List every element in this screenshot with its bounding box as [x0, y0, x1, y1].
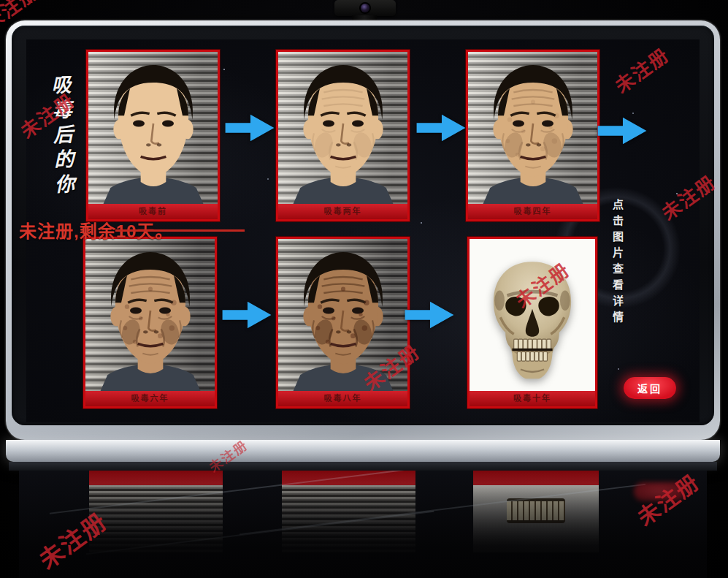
- reflection-photo: [89, 471, 223, 552]
- watermark-unregistered: 未注册: [204, 435, 251, 476]
- photo-6-years[interactable]: 吸毒六年: [83, 237, 217, 408]
- face-illustration: [95, 59, 212, 204]
- kiosk-scene: 吸毒后的你 吸毒前 吸毒两年 吸毒四年 吸毒六年 吸毒八年: [0, 0, 728, 578]
- reflection-photo: [473, 471, 599, 552]
- face-illustration: [285, 246, 402, 391]
- trial-notice-line: [115, 229, 245, 232]
- back-button[interactable]: 返回: [624, 377, 676, 399]
- photo-caption: 吸毒前: [88, 204, 218, 219]
- photo-caption: 吸毒八年: [278, 391, 407, 406]
- face-photo: [278, 239, 407, 391]
- watermark-unregistered: 未注册: [629, 465, 705, 532]
- watermark-unregistered: 未注册: [31, 503, 113, 577]
- reflection-streak: [50, 471, 426, 514]
- photo-10-years-skull[interactable]: 吸毒十年: [467, 237, 597, 408]
- arrow-right-icon: [416, 113, 466, 143]
- photo-4-years[interactable]: 吸毒四年: [466, 50, 599, 221]
- reflection-back-button: [634, 482, 685, 501]
- face-illustration: [475, 59, 591, 204]
- photo-caption: 吸毒四年: [468, 204, 597, 219]
- face-photo: [85, 239, 215, 391]
- photo-caption: 吸毒两年: [278, 204, 407, 219]
- photo-caption: 吸毒十年: [470, 391, 595, 406]
- reflection-streak: [86, 511, 434, 555]
- arrow-right-icon: [597, 115, 647, 146]
- skull-image: [470, 239, 595, 391]
- click-image-hint: 点击图片查看详情: [610, 199, 624, 327]
- photo-2-years[interactable]: 吸毒两年: [276, 50, 410, 221]
- page-title: 吸毒后的你: [46, 74, 77, 199]
- webcam-lens-icon: [361, 4, 369, 12]
- face-photo: [468, 52, 597, 204]
- reflection-frame-band: [6, 440, 720, 462]
- skull-illustration: [482, 256, 583, 387]
- arrow-right-icon: [225, 113, 275, 143]
- photo-8-years[interactable]: 吸毒八年: [276, 237, 410, 408]
- reflection-photo: [282, 471, 415, 552]
- photo-caption: 吸毒六年: [85, 391, 215, 406]
- reflection-skull-teeth: [507, 498, 565, 523]
- webcam: [334, 0, 396, 16]
- face-photo: [278, 52, 407, 204]
- arrow-right-icon: [222, 300, 272, 330]
- photo-before-drugs[interactable]: 吸毒前: [86, 50, 220, 221]
- face-illustration: [92, 246, 209, 391]
- reflection-screen: [19, 471, 707, 578]
- reflection-bezel-band: [9, 462, 717, 471]
- monitor-reflection: [6, 440, 720, 578]
- reflection-streak: [240, 484, 645, 535]
- face-photo: [88, 52, 218, 204]
- arrow-right-icon: [405, 300, 454, 330]
- face-illustration: [285, 59, 402, 204]
- reflection-fade: [19, 471, 707, 578]
